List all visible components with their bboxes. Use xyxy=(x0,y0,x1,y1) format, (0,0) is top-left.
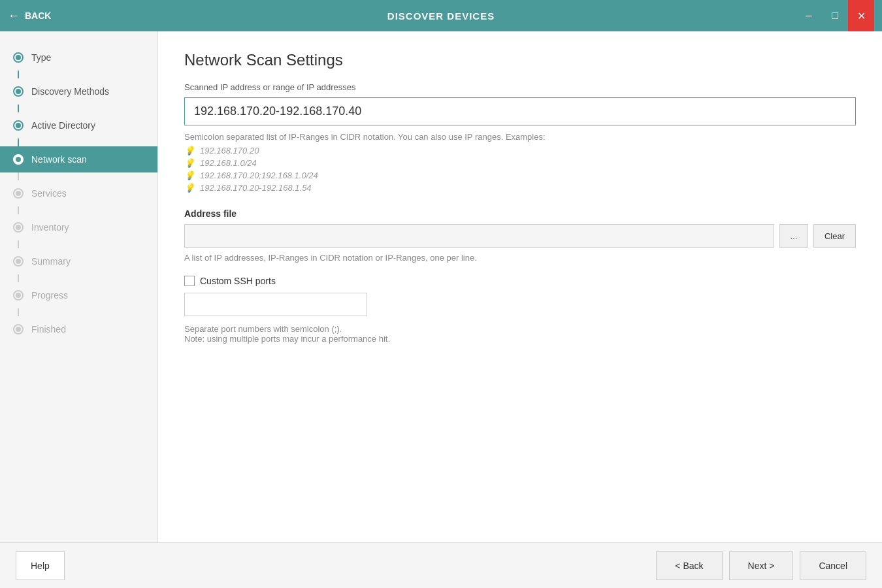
window-controls: – □ ✕ xyxy=(796,0,874,31)
step-circle-summary xyxy=(13,256,24,267)
bulb-icon-2: 💡 xyxy=(184,158,195,168)
footer-left: Help xyxy=(16,551,65,580)
address-file-row: ... Clear xyxy=(184,224,856,248)
minimize-button[interactable]: – xyxy=(796,0,822,31)
ssh-checkbox[interactable] xyxy=(184,276,195,286)
connector-1 xyxy=(18,71,19,78)
help-button[interactable]: Help xyxy=(16,551,65,580)
sidebar: Type Discovery Methods Active Directory … xyxy=(0,31,158,542)
example-item-4: 💡 192.168.170.20-192.168.1.54 xyxy=(184,183,856,193)
sidebar-label-services: Services xyxy=(31,188,67,199)
page-title: Network Scan Settings xyxy=(184,51,856,69)
clear-button[interactable]: Clear xyxy=(813,224,856,248)
restore-button[interactable]: □ xyxy=(822,0,848,31)
titlebar: ← BACK DISCOVER DEVICES – □ ✕ xyxy=(0,0,882,31)
window-title: DISCOVER DEVICES xyxy=(387,10,495,22)
connector-5 xyxy=(18,206,19,214)
cancel-button[interactable]: Cancel xyxy=(800,551,866,580)
ssh-note-line2: Note: using multiple ports may incur a p… xyxy=(184,334,856,344)
connector-2 xyxy=(18,105,19,112)
sidebar-item-network-scan[interactable]: Network scan xyxy=(0,146,157,172)
footer: Help < Back Next > Cancel xyxy=(0,542,882,588)
step-circle-type xyxy=(13,52,24,63)
bulb-icon-3: 💡 xyxy=(184,171,195,180)
sidebar-label-progress: Progress xyxy=(31,290,68,301)
ip-field-label: Scanned IP address or range of IP addres… xyxy=(184,82,856,92)
sidebar-label-discovery: Discovery Methods xyxy=(31,86,109,97)
step-circle-progress xyxy=(13,290,24,301)
footer-right: < Back Next > Cancel xyxy=(656,551,866,580)
sidebar-item-active-directory[interactable]: Active Directory xyxy=(0,112,157,139)
sidebar-item-discovery-methods[interactable]: Discovery Methods xyxy=(0,78,157,105)
connector-4 xyxy=(18,172,19,180)
connector-3 xyxy=(18,139,19,146)
connector-6 xyxy=(18,240,19,248)
ssh-ports-input[interactable] xyxy=(184,293,367,316)
bulb-icon-4: 💡 xyxy=(184,183,195,193)
close-button[interactable]: ✕ xyxy=(848,0,874,31)
next-button[interactable]: Next > xyxy=(729,551,794,580)
example-item-2: 💡 192.168.1.0/24 xyxy=(184,158,856,168)
back-arrow-icon: ← xyxy=(8,9,20,23)
bulb-icon-1: 💡 xyxy=(184,146,195,155)
step-circle-discovery xyxy=(13,86,24,97)
back-button-footer[interactable]: < Back xyxy=(656,551,722,580)
ssh-checkbox-row: Custom SSH ports xyxy=(184,276,856,286)
sidebar-label-type: Type xyxy=(31,52,51,63)
sidebar-item-progress[interactable]: Progress xyxy=(0,282,157,308)
sidebar-item-services[interactable]: Services xyxy=(0,180,157,206)
sidebar-label-summary: Summary xyxy=(31,256,71,267)
ip-range-input[interactable] xyxy=(184,97,856,125)
step-circle-finished xyxy=(13,324,24,335)
back-button[interactable]: ← BACK xyxy=(8,9,51,23)
step-circle-inventory xyxy=(13,222,24,233)
connector-8 xyxy=(18,308,19,316)
content-area: Network Scan Settings Scanned IP address… xyxy=(158,31,882,542)
file-hint-text: A list of IP addresses, IP-Ranges in CID… xyxy=(184,253,856,263)
sidebar-item-inventory[interactable]: Inventory xyxy=(0,214,157,240)
step-circle-services xyxy=(13,188,24,199)
ssh-checkbox-label: Custom SSH ports xyxy=(200,276,276,286)
address-file-input[interactable] xyxy=(184,224,774,248)
sidebar-label-finished: Finished xyxy=(31,324,66,335)
step-circle-network xyxy=(13,154,24,165)
examples-list: 💡 192.168.170.20 💡 192.168.1.0/24 💡 192.… xyxy=(184,146,856,193)
example-item-1: 💡 192.168.170.20 xyxy=(184,146,856,155)
sidebar-item-type[interactable]: Type xyxy=(0,44,157,71)
sidebar-item-finished[interactable]: Finished xyxy=(0,316,157,342)
sidebar-label-ad: Active Directory xyxy=(31,120,95,131)
example-item-3: 💡 192.168.170.20;192.168.1.0/24 xyxy=(184,171,856,180)
sidebar-label-network: Network scan xyxy=(31,154,87,165)
address-file-label: Address file xyxy=(184,208,856,219)
sidebar-label-inventory: Inventory xyxy=(31,222,69,233)
sidebar-item-summary[interactable]: Summary xyxy=(0,248,157,274)
ssh-note-line1: Separate port numbers with semicolon (;)… xyxy=(184,324,856,334)
back-label: BACK xyxy=(25,10,51,21)
browse-button[interactable]: ... xyxy=(779,224,808,248)
ip-hint-text: Semicolon separated list of IP-Ranges in… xyxy=(184,132,856,142)
main-layout: Type Discovery Methods Active Directory … xyxy=(0,31,882,542)
connector-7 xyxy=(18,274,19,282)
step-circle-ad xyxy=(13,120,24,131)
